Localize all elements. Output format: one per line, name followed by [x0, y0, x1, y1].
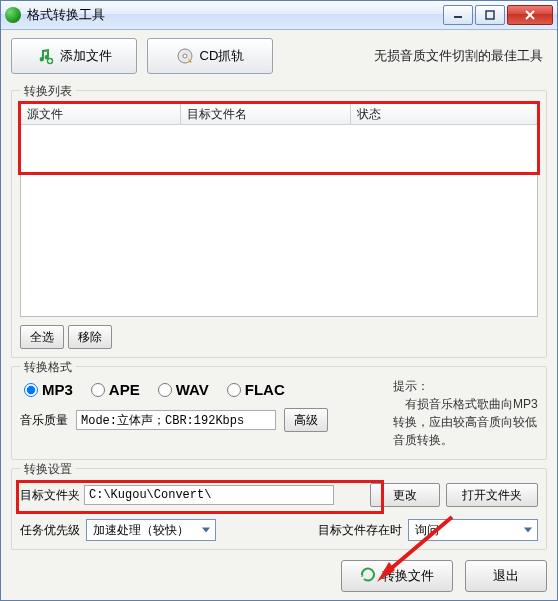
radio-flac-input[interactable]	[227, 383, 241, 397]
minimize-button[interactable]	[443, 5, 473, 25]
col-status[interactable]: 状态	[351, 104, 537, 124]
settings-legend: 转换设置	[20, 461, 76, 478]
cd-icon	[176, 47, 194, 65]
app-window: 格式转换工具	[0, 0, 558, 601]
remove-button[interactable]: 移除	[68, 325, 112, 349]
format-group: 转换格式 MP3 APE WAV	[11, 366, 547, 460]
radio-wav[interactable]: WAV	[158, 381, 209, 398]
advanced-button[interactable]: 高级	[284, 408, 328, 432]
close-icon	[524, 10, 536, 20]
col-target[interactable]: 目标文件名	[181, 104, 351, 124]
priority-row: 任务优先级 加速处理（较快） 目标文件存在时 询问	[20, 519, 538, 541]
exists-select[interactable]: 询问	[408, 519, 538, 541]
dest-path-input[interactable]	[84, 485, 334, 505]
radio-mp3-input[interactable]	[24, 383, 38, 397]
radio-ape[interactable]: APE	[91, 381, 140, 398]
cd-grab-label: CD抓轨	[200, 47, 245, 65]
app-icon	[5, 7, 21, 23]
settings-group: 转换设置 目标文件夹 更改 打开文件夹 任务优先级 加速处理（较快） 目标文件存…	[11, 468, 547, 550]
file-list[interactable]: 源文件 目标文件名 状态	[20, 103, 538, 317]
radio-ape-input[interactable]	[91, 383, 105, 397]
convert-button[interactable]: 转换文件	[341, 560, 453, 592]
minimize-icon	[453, 10, 463, 20]
list-legend: 转换列表	[20, 83, 76, 100]
radio-wav-input[interactable]	[158, 383, 172, 397]
list-body[interactable]	[21, 125, 537, 316]
list-group: 转换列表 源文件 目标文件名 状态 全选 移除	[11, 90, 547, 358]
hint: 提示： 有损音乐格式歌曲向MP3转换，应由较高音质向较低音质转换。	[393, 377, 538, 449]
maximize-icon	[485, 10, 495, 20]
cd-grab-button[interactable]: CD抓轨	[147, 38, 273, 74]
quality-label: 音乐质量	[20, 412, 68, 429]
close-button[interactable]	[507, 5, 553, 25]
priority-label: 任务优先级	[20, 522, 80, 539]
exists-label: 目标文件存在时	[318, 522, 402, 539]
format-legend: 转换格式	[20, 359, 76, 376]
select-all-button[interactable]: 全选	[20, 325, 64, 349]
maximize-button[interactable]	[475, 5, 505, 25]
priority-select[interactable]: 加速处理（较快）	[86, 519, 216, 541]
window-title: 格式转换工具	[27, 6, 443, 24]
col-source[interactable]: 源文件	[21, 104, 181, 124]
add-file-label: 添加文件	[60, 47, 112, 65]
tagline: 无损音质文件切割的最佳工具	[374, 47, 547, 65]
quality-input	[76, 410, 276, 430]
convert-label: 转换文件	[382, 567, 434, 585]
music-plus-icon	[36, 47, 54, 65]
svg-rect-1	[486, 11, 494, 19]
change-button[interactable]: 更改	[370, 483, 440, 507]
convert-icon	[360, 567, 376, 586]
toolbar: 添加文件 CD抓轨 无损音质文件切割的最佳工具	[11, 38, 547, 74]
titlebar: 格式转换工具	[1, 1, 557, 30]
hint-title: 提示：	[393, 377, 538, 395]
radio-mp3[interactable]: MP3	[24, 381, 73, 398]
add-file-button[interactable]: 添加文件	[11, 38, 137, 74]
exit-button[interactable]: 退出	[465, 560, 547, 592]
list-header: 源文件 目标文件名 状态	[21, 104, 537, 125]
action-bar: 转换文件 退出	[11, 560, 547, 594]
exit-label: 退出	[493, 567, 519, 585]
open-folder-button[interactable]: 打开文件夹	[446, 483, 538, 507]
svg-point-8	[183, 54, 187, 58]
radio-flac[interactable]: FLAC	[227, 381, 285, 398]
dest-row: 目标文件夹 更改 打开文件夹	[20, 483, 538, 507]
body: 添加文件 CD抓轨 无损音质文件切割的最佳工具 转换列表 源文件	[1, 30, 557, 600]
format-options: MP3 APE WAV FLAC	[20, 381, 393, 398]
hint-body: 有损音乐格式歌曲向MP3转换，应由较高音质向较低音质转换。	[393, 395, 538, 449]
dest-label: 目标文件夹	[20, 487, 80, 504]
